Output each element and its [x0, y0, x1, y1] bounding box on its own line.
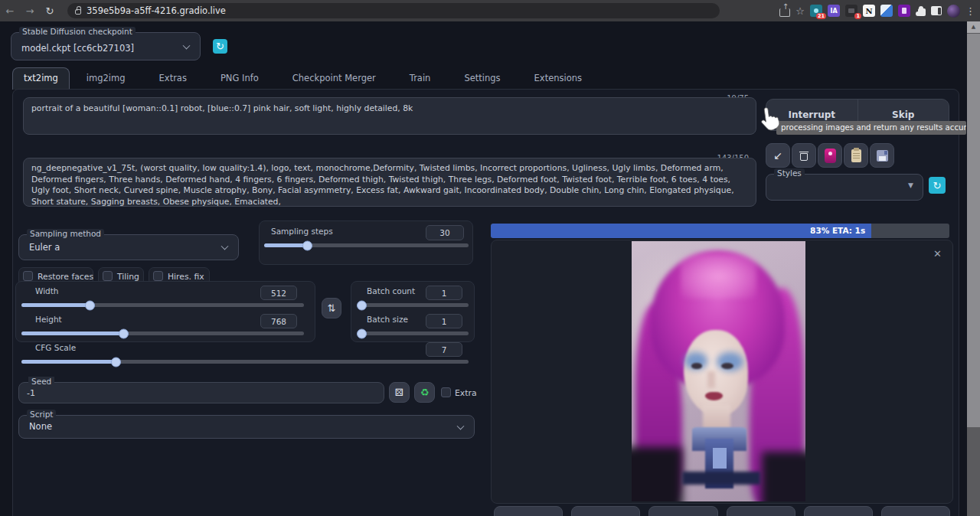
image-layer-robot-detail — [713, 448, 727, 469]
reuse-seed-button[interactable]: ♻ — [414, 382, 435, 403]
share-icon[interactable] — [779, 8, 790, 17]
tiling-checkbox[interactable] — [103, 271, 113, 281]
output-actions-row — [494, 506, 950, 516]
width-slider[interactable] — [21, 303, 304, 307]
swap-dimensions-button[interactable]: ⇅ — [322, 298, 341, 318]
styles-refresh-button[interactable]: ↻ — [929, 177, 946, 194]
paste-params-button[interactable]: ↙ — [766, 143, 790, 168]
browser-chrome: ← → ↻ 359e5b9a-a5ff-4216.gradio.live ☆ 2… — [0, 0, 980, 21]
slider-thumb[interactable] — [111, 357, 121, 367]
checkpoint-value: model.ckpt [cc6cb27103] — [21, 43, 134, 54]
floppy-disk-icon — [877, 150, 888, 162]
notion-extension-icon[interactable]: N — [863, 5, 875, 17]
tab-settings[interactable]: Settings — [447, 68, 517, 90]
cfg-scale-number[interactable] — [426, 342, 462, 357]
output-action-button[interactable] — [804, 506, 873, 516]
tab-png-info[interactable]: PNG Info — [204, 68, 276, 90]
clear-prompt-button[interactable] — [792, 143, 816, 168]
slider-thumb[interactable] — [357, 300, 367, 310]
random-seed-button[interactable]: ⚄ — [389, 382, 410, 403]
screen: ← → ↻ 359e5b9a-a5ff-4216.gradio.live ☆ 2… — [0, 0, 980, 516]
extra-networks-button[interactable] — [818, 143, 842, 168]
cfg-scale-slider[interactable] — [21, 360, 469, 364]
tab-checkpoint-merger[interactable]: Checkpoint Merger — [276, 68, 393, 90]
tab-extensions[interactable]: Extensions — [518, 68, 599, 90]
seed-field[interactable]: Seed -1 — [18, 382, 384, 403]
prompt-input[interactable]: portrait of a beautiful [woman::0.1] rob… — [23, 97, 756, 135]
batch-size-slider[interactable] — [358, 331, 469, 335]
sampling-steps-slider[interactable] — [264, 243, 469, 247]
camera-extension-icon[interactable]: 1 — [845, 5, 858, 17]
checkpoint-refresh-button[interactable]: ↻ — [213, 39, 227, 54]
back-icon[interactable]: ← — [0, 5, 20, 17]
trash-icon — [799, 151, 808, 161]
restore-faces-checkbox[interactable] — [23, 271, 33, 281]
main-tabs: txt2img img2img Extras PNG Info Checkpoi… — [12, 68, 599, 90]
height-slider[interactable] — [21, 331, 304, 335]
pin-extension-icon[interactable]: 21 — [810, 5, 822, 17]
slider-thumb[interactable] — [119, 328, 129, 338]
profile-avatar[interactable] — [947, 5, 960, 18]
chevron-down-icon — [221, 243, 229, 250]
image-layer-shoulder-right — [762, 452, 805, 501]
slider-thumb[interactable] — [85, 300, 95, 310]
extra-seed-checkbox[interactable] — [441, 387, 451, 397]
negative-prompt-input[interactable]: ng_deepnegative_v1_75t, (worst quality, … — [23, 158, 756, 207]
save-style-button[interactable] — [870, 143, 894, 168]
forward-icon[interactable]: → — [20, 5, 40, 17]
script-dropdown[interactable]: Script None — [18, 415, 475, 439]
height-number[interactable] — [260, 314, 297, 328]
batch-size-number[interactable] — [426, 314, 462, 328]
reload-icon[interactable]: ↻ — [40, 5, 60, 17]
batch-size-label: Batch size — [364, 315, 411, 324]
slider-thumb[interactable] — [357, 328, 367, 338]
batch-count-number[interactable] — [426, 286, 462, 300]
hires-fix-checkbox[interactable] — [153, 271, 163, 281]
sampling-method-label: Sampling method — [27, 229, 104, 238]
chrome-toolbar: ☆ 21 IA 1 N ⋮ — [779, 0, 975, 21]
output-action-button[interactable] — [727, 506, 795, 516]
office-extension-icon[interactable] — [898, 5, 910, 17]
styles-dropdown[interactable]: Styles ▼ — [766, 174, 923, 201]
sampling-steps-label: Sampling steps — [268, 227, 336, 236]
url-text[interactable]: 359e5b9a-a5ff-4216.gradio.live — [87, 5, 226, 16]
tab-train[interactable]: Train — [393, 68, 448, 90]
batch-count-slider[interactable] — [358, 303, 469, 307]
palette-icon — [825, 149, 836, 163]
scrollbar-up-arrow[interactable]: ▲ — [967, 21, 980, 33]
chevron-down-icon — [183, 41, 191, 49]
width-label: Width — [32, 286, 62, 296]
browser-menu-icon[interactable]: ⋮ — [965, 5, 975, 17]
side-panel-icon[interactable] — [931, 6, 942, 15]
extensions-puzzle-icon[interactable] — [916, 6, 926, 16]
tab-extras[interactable]: Extras — [142, 68, 204, 90]
image-layer-shoulder-left — [632, 447, 682, 501]
address-bar[interactable]: 359e5b9a-a5ff-4216.gradio.live — [67, 3, 720, 18]
scrollbar[interactable]: ▲ — [967, 21, 980, 516]
width-number[interactable] — [260, 286, 297, 300]
slider-thumb[interactable] — [302, 240, 312, 250]
image-layer-nose — [707, 371, 715, 388]
checkpoint-dropdown[interactable]: Stable Diffusion checkpoint model.ckpt [… — [11, 32, 201, 60]
photos-extension-icon[interactable] — [880, 5, 893, 17]
sampling-method-dropdown[interactable]: Sampling method Euler a — [18, 234, 239, 260]
tab-txt2img[interactable]: txt2img — [12, 67, 70, 90]
tab-img2img[interactable]: img2img — [70, 68, 142, 90]
output-action-button[interactable] — [494, 506, 563, 516]
progress-fill: 83% ETA: 1s — [491, 224, 871, 238]
chevron-down-icon: ▼ — [908, 181, 913, 189]
scrollbar-thumb[interactable] — [967, 34, 980, 427]
slider-fill — [21, 360, 116, 364]
generated-image[interactable] — [632, 241, 805, 501]
close-icon[interactable]: ✕ — [933, 248, 942, 260]
output-action-button[interactable] — [881, 506, 950, 516]
image-layer-eye-left — [691, 363, 702, 368]
ia-extension-icon[interactable]: IA — [828, 5, 840, 17]
extra-seed-label: Extra — [455, 388, 477, 398]
output-action-button[interactable] — [571, 506, 640, 516]
mouse-cursor — [759, 106, 780, 134]
bookmark-star-icon[interactable]: ☆ — [795, 5, 805, 17]
output-action-button[interactable] — [648, 506, 717, 516]
sampling-steps-number[interactable] — [426, 225, 464, 240]
apply-style-button[interactable] — [844, 143, 868, 168]
